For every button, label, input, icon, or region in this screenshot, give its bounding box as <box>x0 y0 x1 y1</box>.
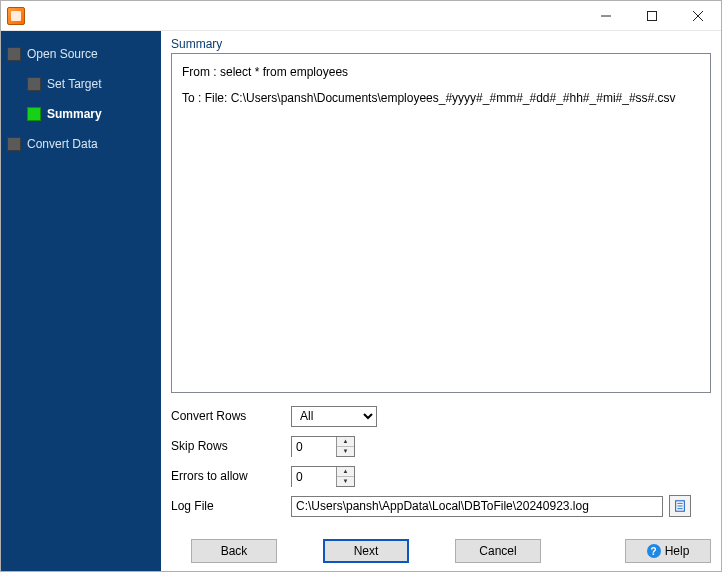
sidebar-item-label: Summary <box>47 107 102 121</box>
errors-stepper[interactable]: ▲ ▼ <box>291 466 355 487</box>
skip-rows-label: Skip Rows <box>171 439 291 453</box>
convert-rows-select[interactable]: All <box>291 406 377 427</box>
sidebar-item-open-source[interactable]: Open Source <box>1 39 161 69</box>
sidebar-item-label: Set Target <box>47 77 101 91</box>
summary-heading: Summary <box>171 37 711 51</box>
wizard-sidebar: Open Source Set Target Summary Convert D… <box>1 31 161 571</box>
skip-rows-input[interactable] <box>292 437 336 458</box>
main-panel: Summary From : select * from employees T… <box>161 31 721 571</box>
skip-rows-stepper[interactable]: ▲ ▼ <box>291 436 355 457</box>
close-button[interactable] <box>675 1 721 31</box>
step-indicator-icon <box>7 137 21 151</box>
summary-to-line: To : File: C:\Users\pansh\Documents\empl… <box>182 88 700 108</box>
chevron-up-icon[interactable]: ▲ <box>337 467 354 477</box>
chevron-down-icon[interactable]: ▼ <box>337 477 354 486</box>
logfile-label: Log File <box>171 499 291 513</box>
errors-label: Errors to allow <box>171 469 291 483</box>
errors-input[interactable] <box>292 467 336 488</box>
help-icon: ? <box>647 544 661 558</box>
step-indicator-icon <box>27 77 41 91</box>
minimize-button[interactable] <box>583 1 629 31</box>
cancel-button[interactable]: Cancel <box>455 539 541 563</box>
help-button[interactable]: ? Help <box>625 539 711 563</box>
sidebar-item-set-target[interactable]: Set Target <box>21 69 161 99</box>
browse-logfile-button[interactable] <box>669 495 691 517</box>
svg-rect-1 <box>648 11 657 20</box>
logfile-input[interactable] <box>291 496 663 517</box>
titlebar <box>1 1 721 31</box>
sidebar-item-convert-data[interactable]: Convert Data <box>1 129 161 159</box>
summary-from-line: From : select * from employees <box>182 62 700 82</box>
chevron-down-icon[interactable]: ▼ <box>337 447 354 456</box>
chevron-up-icon[interactable]: ▲ <box>337 437 354 447</box>
sidebar-item-label: Open Source <box>27 47 98 61</box>
next-button[interactable]: Next <box>323 539 409 563</box>
step-indicator-icon <box>7 47 21 61</box>
document-icon <box>673 499 687 513</box>
step-indicator-icon <box>27 107 41 121</box>
summary-textarea: From : select * from employees To : File… <box>171 53 711 393</box>
convert-rows-label: Convert Rows <box>171 409 291 423</box>
app-icon <box>7 7 25 25</box>
maximize-button[interactable] <box>629 1 675 31</box>
sidebar-item-label: Convert Data <box>27 137 98 151</box>
back-button[interactable]: Back <box>191 539 277 563</box>
sidebar-item-summary[interactable]: Summary <box>21 99 161 129</box>
